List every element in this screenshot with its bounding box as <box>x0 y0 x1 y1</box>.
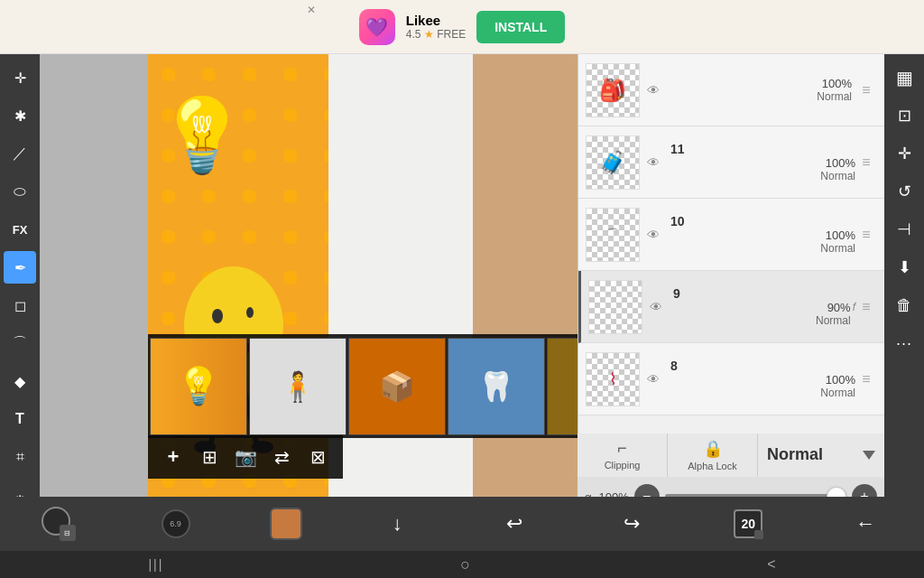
layer-row-10[interactable]: ⌒ 👁 10 100% Normal ≡ <box>578 199 884 271</box>
layer-mode-8: Normal <box>670 387 855 399</box>
layer-eye-10[interactable]: 👁 <box>640 228 667 242</box>
ad-rating: 4.5 ★ FREE <box>406 28 466 41</box>
layer-thumb-icon-11: 🧳 <box>587 136 639 189</box>
color-swatch-button[interactable] <box>270 508 302 540</box>
nav-menu-button[interactable]: ||| <box>148 557 163 572</box>
layer-percent-11: 100% <box>670 156 855 170</box>
canvas-area[interactable]: 💡 <box>40 54 581 524</box>
tool-star[interactable]: ✱ <box>4 99 36 132</box>
brush-circle: 6.9 <box>162 509 190 538</box>
layer-mode-10: Normal <box>670 242 855 255</box>
layer-thumb-11: 🧳 <box>586 135 640 190</box>
layer-row-9[interactable]: 👁 9 90% Normal f ≡ <box>578 271 884 343</box>
back-button[interactable]: ← <box>843 506 888 542</box>
layer-info-8: 8 100% Normal <box>667 359 855 399</box>
layer-thumb-icon-top: 🎒 <box>587 64 639 117</box>
layer-percent-10: 100% <box>670 228 855 242</box>
tool-more[interactable]: ··· <box>888 327 920 359</box>
tool-delete[interactable]: 🗑 <box>888 289 920 322</box>
layer-thumb-9 <box>588 280 642 334</box>
layer-eye-top[interactable]: 👁 <box>640 83 667 98</box>
canvas-content: 💡 <box>40 54 581 524</box>
flip-button[interactable]: ⇄ <box>265 441 298 473</box>
right-toolbar: ▦ ⊡ ✛ ↺ ⊣ ⬇ 🗑 ··· <box>884 54 924 524</box>
layer-row-top[interactable]: 🎒 👁 100% Normal ≡ <box>578 54 884 126</box>
camera-button[interactable]: 📷 <box>229 441 262 473</box>
layer-row-11[interactable]: 🧳 👁 11 100% Normal ≡ <box>578 126 884 199</box>
ad-star-icon: ★ <box>424 28 434 41</box>
character-bulb: 💡 <box>157 99 247 172</box>
tool-move-all[interactable]: ✛ <box>888 137 920 170</box>
undo-button[interactable]: ↩ <box>492 506 537 542</box>
tool-text[interactable]: T <box>4 403 36 435</box>
thumb-1[interactable]: 💡 <box>150 338 247 435</box>
layer-eye-11[interactable]: 👁 <box>640 155 667 170</box>
history-layers-button[interactable]: ⊟ <box>36 506 81 542</box>
layer-mode-11: Normal <box>670 170 855 182</box>
layer-menu-9[interactable]: ≡ <box>855 299 877 315</box>
layer-mode-top: Normal <box>817 90 852 103</box>
thumb-2[interactable]: 🧍 <box>249 338 346 435</box>
layer-menu-10[interactable]: ≡ <box>855 227 877 243</box>
layers-blend-controls: ⌐ Clipping 🔒 Alpha Lock Normal <box>578 432 884 477</box>
brush-size-button[interactable]: 6.9 <box>153 506 199 542</box>
tool-move[interactable]: ✛ <box>4 61 36 94</box>
frames-count: 20 <box>742 517 756 531</box>
clipping-button[interactable]: ⌐ Clipping <box>578 433 668 478</box>
ad-close-button[interactable]: ✕ <box>307 4 316 16</box>
layer-menu-11[interactable]: ≡ <box>855 154 877 171</box>
layer-thumb-icon-8: ⌇ <box>587 353 639 406</box>
layer-eye-8[interactable]: 👁 <box>640 372 667 387</box>
tool-lasso[interactable]: ⬭ <box>4 175 36 208</box>
layer-row-8[interactable]: ⌇ 👁 8 100% Normal ≡ <box>578 343 884 415</box>
layer-percent-9: 90% <box>673 301 851 314</box>
layer-thumb-icon-10: ⌒ <box>587 209 639 261</box>
bottom-toolbar: ⊟ 6.9 ↓ ↩ ↪ 20 ← <box>0 497 924 551</box>
tool-eraser[interactable]: ◻ <box>4 289 36 322</box>
ad-info: Likee 4.5 ★ FREE <box>406 13 466 41</box>
tool-eyedropper[interactable]: ✒ <box>4 251 36 284</box>
tool-fx[interactable]: FX <box>4 213 36 246</box>
ad-install-button[interactable]: INSTALL <box>476 11 565 43</box>
nav-home-button[interactable]: ○ <box>460 555 470 574</box>
layer-number-11: 11 <box>670 142 855 156</box>
tool-pen[interactable]: ／ <box>4 137 36 170</box>
layers-icon-composite: ⊟ <box>42 507 76 541</box>
layer-eye-9[interactable]: 👁 <box>642 300 670 314</box>
tool-undo-brush[interactable]: ↺ <box>888 175 920 208</box>
layer-menu-top[interactable]: ≡ <box>855 82 877 98</box>
add-group-button[interactable]: ⊞ <box>193 441 226 473</box>
tool-import[interactable]: ⬇ <box>888 251 920 284</box>
layer-menu-8[interactable]: ≡ <box>855 371 877 387</box>
nav-back-button[interactable]: < <box>767 556 775 573</box>
add-layer-button[interactable]: + <box>157 441 189 473</box>
clipping-label: Clipping <box>605 460 641 471</box>
tool-resize[interactable]: ⊡ <box>888 99 920 132</box>
layer-thumb-10: ⌒ <box>586 208 640 262</box>
layer-info-10: 10 100% Normal <box>667 214 855 255</box>
down-arrow-button[interactable]: ↓ <box>374 506 420 542</box>
tool-transform[interactable]: ⌗ <box>4 441 36 473</box>
alpha-lock-button[interactable]: 🔒 Alpha Lock <box>668 433 758 478</box>
tool-fill[interactable]: ◆ <box>4 365 36 397</box>
frames-button[interactable]: 20 <box>725 506 771 542</box>
layers-badge: ⊟ <box>60 525 76 541</box>
brush-size-label: 6.9 <box>170 519 181 528</box>
tool-checker[interactable]: ▦ <box>888 61 920 94</box>
redo-button[interactable]: ↪ <box>609 506 654 542</box>
layer-info-top: 100% Normal <box>667 77 855 103</box>
thumb-3[interactable]: 📦 <box>348 338 446 435</box>
tool-smudge[interactable]: ⌒ <box>4 327 36 359</box>
layer-number-9: 9 <box>673 286 851 301</box>
ad-banner: ✕ 💜 Likee 4.5 ★ FREE INSTALL <box>0 0 924 54</box>
layer-number-8: 8 <box>670 359 855 373</box>
ad-free-label: FREE <box>437 28 466 41</box>
layer-thumb-top: 🎒 <box>586 63 640 117</box>
ad-title: Likee <box>406 13 466 28</box>
thumb-4[interactable]: 🦷 <box>448 338 545 435</box>
blend-mode-area[interactable]: Normal <box>758 445 884 464</box>
thumb-5[interactable]: 🍫 <box>547 338 581 435</box>
tool-end[interactable]: ⊣ <box>888 213 920 246</box>
layer-percent-top: 100% <box>822 77 852 90</box>
crop-button[interactable]: ⊠ <box>301 441 334 473</box>
